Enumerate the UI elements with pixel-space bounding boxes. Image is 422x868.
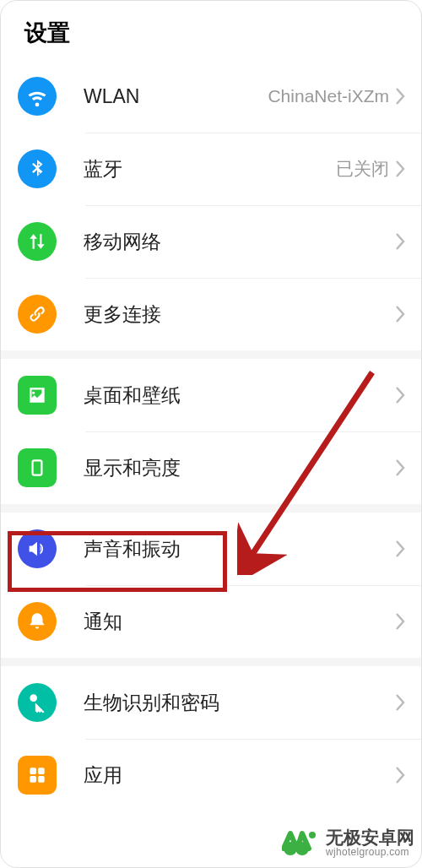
chevron-right-icon: [394, 305, 406, 323]
chevron-right-icon: [394, 160, 406, 178]
notification-icon: [18, 602, 57, 641]
svg-rect-1: [30, 768, 36, 774]
watermark-logo-icon: [282, 823, 321, 862]
row-label: WLAN: [84, 85, 268, 108]
row-label: 应用: [84, 762, 394, 789]
svg-rect-4: [38, 776, 45, 783]
mobile-data-icon: [18, 222, 57, 261]
row-display-brightness[interactable]: 显示和亮度: [1, 431, 421, 504]
row-biometrics-password[interactable]: 生物识别和密码: [1, 666, 421, 739]
row-label: 蓝牙: [84, 156, 336, 182]
settings-group-display: 桌面和壁纸 显示和亮度: [1, 359, 421, 504]
row-notifications[interactable]: 通知: [1, 585, 421, 658]
chevron-right-icon: [394, 766, 406, 784]
watermark-url: wjhotelgroup.com: [326, 847, 414, 858]
bluetooth-icon: [18, 149, 57, 188]
group-separator: [1, 658, 421, 666]
more-connections-icon: [18, 295, 57, 334]
page-title: 设置: [1, 1, 421, 60]
chevron-right-icon: [394, 232, 406, 251]
row-more-connections[interactable]: 更多连接: [1, 278, 421, 350]
watermark: 无极安卓网 wjhotelgroup.com: [282, 823, 414, 862]
chevron-right-icon: [394, 386, 406, 404]
row-label: 移动网络: [84, 229, 394, 255]
wallpaper-icon: [18, 376, 57, 415]
chevron-right-icon: [394, 693, 406, 712]
watermark-title: 无极安卓网: [326, 828, 414, 847]
svg-rect-0: [33, 460, 42, 475]
row-label: 桌面和壁纸: [84, 382, 394, 409]
row-wlan[interactable]: WLAN ChinaNet-iXZm: [1, 60, 421, 133]
row-label: 声音和振动: [84, 536, 394, 562]
svg-rect-3: [30, 776, 36, 783]
row-label: 更多连接: [84, 301, 394, 328]
chevron-right-icon: [394, 458, 406, 477]
svg-point-8: [309, 832, 316, 838]
chevron-right-icon: [394, 612, 406, 631]
row-wallpaper[interactable]: 桌面和壁纸: [1, 359, 421, 431]
svg-rect-2: [38, 768, 45, 774]
row-label: 生物识别和密码: [84, 690, 394, 716]
chevron-right-icon: [394, 540, 406, 558]
row-bluetooth[interactable]: 蓝牙 已关闭: [1, 133, 421, 205]
display-icon: [18, 448, 57, 487]
settings-group-security: 生物识别和密码 应用: [1, 666, 421, 811]
row-sound-vibration[interactable]: 声音和振动: [1, 513, 421, 585]
row-label: 显示和亮度: [84, 455, 394, 481]
row-label: 通知: [84, 609, 394, 635]
biometric-icon: [18, 683, 57, 722]
row-value: 已关闭: [336, 157, 389, 181]
row-value: ChinaNet-iXZm: [268, 86, 389, 106]
row-apps[interactable]: 应用: [1, 739, 421, 811]
row-mobile-network[interactable]: 移动网络: [1, 205, 421, 278]
wifi-icon: [18, 77, 57, 116]
apps-icon: [18, 756, 57, 795]
settings-group-sound: 声音和振动 通知: [1, 513, 421, 658]
chevron-right-icon: [394, 87, 406, 106]
settings-group-connectivity: WLAN ChinaNet-iXZm 蓝牙 已关闭 移动网络 更多连接: [1, 60, 421, 350]
group-separator: [1, 350, 421, 359]
sound-icon: [18, 529, 57, 568]
group-separator: [1, 504, 421, 513]
